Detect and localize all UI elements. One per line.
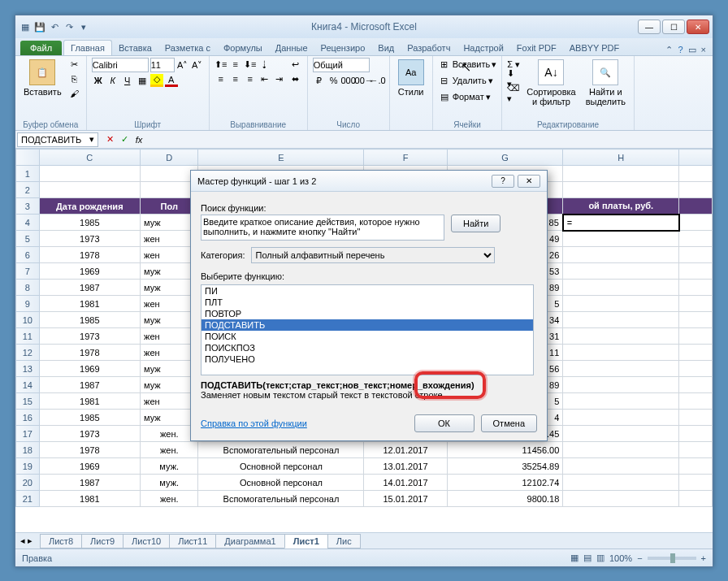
- cell[interactable]: [563, 410, 679, 426]
- workbook-close-icon[interactable]: ×: [701, 45, 706, 55]
- sheet-tab[interactable]: Лист11: [169, 534, 216, 548]
- align-left-icon[interactable]: ≡: [214, 72, 228, 85]
- row-header[interactable]: 18: [16, 442, 40, 458]
- function-item[interactable]: ПОВТОР: [202, 308, 533, 319]
- cell[interactable]: 15.01.2017: [364, 491, 447, 507]
- function-list[interactable]: ПИПЛТПОВТОРПОДСТАВИТЬПОИСКПОИСКПОЗПОЛУЧЕ…: [201, 284, 534, 375]
- cell[interactable]: [563, 377, 679, 393]
- styles-button[interactable]: Aa Стили: [395, 58, 427, 98]
- row-header[interactable]: 5: [16, 231, 40, 247]
- cell[interactable]: 1973: [39, 328, 140, 345]
- row-header[interactable]: 10: [16, 312, 40, 328]
- row-header[interactable]: 4: [16, 215, 40, 231]
- cell[interactable]: [563, 345, 679, 361]
- cell[interactable]: 1985: [39, 312, 140, 328]
- format-painter-icon[interactable]: 🖌: [68, 87, 81, 100]
- cell[interactable]: [563, 166, 679, 182]
- cell[interactable]: 1981: [39, 393, 140, 410]
- undo-icon[interactable]: ↶: [48, 20, 61, 33]
- cell[interactable]: 14.01.2017: [364, 475, 447, 491]
- ribbon-minimize-icon[interactable]: ⌃: [665, 45, 673, 55]
- cell[interactable]: жен.: [141, 442, 198, 458]
- ribbon-tab-0[interactable]: Главная: [63, 40, 112, 55]
- row-header[interactable]: 1: [16, 166, 40, 182]
- cell[interactable]: [563, 393, 679, 410]
- view-pagebreak-icon[interactable]: ▥: [596, 553, 604, 563]
- col-E[interactable]: E: [198, 150, 364, 166]
- cell[interactable]: 9800.18: [447, 491, 563, 507]
- find-select-button[interactable]: 🔍 Найти и выделить: [583, 58, 629, 108]
- cell[interactable]: =: [563, 215, 679, 231]
- cell[interactable]: [563, 361, 679, 377]
- sheet-tab[interactable]: Лист1: [284, 534, 328, 548]
- row-header[interactable]: 16: [16, 410, 40, 426]
- select-all-corner[interactable]: [16, 150, 40, 166]
- cell[interactable]: 1987: [39, 377, 140, 393]
- cell[interactable]: Основной персонал: [198, 475, 364, 491]
- ribbon-tab-5[interactable]: Рецензиро: [314, 41, 372, 55]
- cell[interactable]: 1981: [39, 491, 140, 507]
- sheet-tab[interactable]: Диаграмма1: [215, 534, 284, 548]
- sheet-tab[interactable]: Лист8: [40, 534, 82, 548]
- font-color-icon[interactable]: A: [165, 74, 178, 87]
- cancel-button[interactable]: Отмена: [481, 414, 537, 432]
- col-G[interactable]: G: [447, 150, 563, 166]
- zoom-level[interactable]: 100%: [609, 553, 632, 563]
- row-header[interactable]: 20: [16, 475, 40, 491]
- row-header[interactable]: 2: [16, 182, 40, 198]
- row-header[interactable]: 9: [16, 296, 40, 312]
- dialog-titlebar[interactable]: Мастер функций - шаг 1 из 2 ? ✕: [191, 171, 547, 192]
- col-D[interactable]: D: [141, 150, 198, 166]
- cut-icon[interactable]: ✂: [68, 58, 81, 71]
- cell[interactable]: [563, 426, 679, 442]
- underline-icon[interactable]: Ч: [121, 74, 134, 87]
- number-format-select[interactable]: [313, 58, 370, 72]
- ribbon-tab-2[interactable]: Разметка с: [158, 41, 217, 55]
- row-header[interactable]: 14: [16, 377, 40, 393]
- dialog-help-button[interactable]: ?: [492, 175, 514, 188]
- cell[interactable]: муж.: [141, 475, 198, 491]
- save-icon[interactable]: 💾: [33, 20, 46, 33]
- cell[interactable]: 1985: [39, 215, 140, 231]
- align-center-icon[interactable]: ≡: [229, 72, 242, 85]
- file-tab[interactable]: Файл: [20, 41, 62, 55]
- row-header[interactable]: 8: [16, 280, 40, 296]
- zoom-in-icon[interactable]: +: [701, 553, 706, 563]
- cell[interactable]: 1981: [39, 296, 140, 312]
- wrap-text-icon[interactable]: ↩: [289, 58, 302, 71]
- cell[interactable]: Вспомогательный персонал: [198, 491, 364, 507]
- font-size-input[interactable]: [150, 58, 175, 72]
- grow-font-icon[interactable]: A˄: [176, 59, 189, 72]
- align-bottom-icon[interactable]: ⬇≡: [244, 58, 257, 71]
- row-header[interactable]: 3: [16, 198, 40, 215]
- ribbon-tab-3[interactable]: Формулы: [217, 41, 269, 55]
- currency-icon[interactable]: ₽: [313, 74, 326, 87]
- cell[interactable]: Вспомогательный персонал: [198, 442, 364, 458]
- category-select[interactable]: Полный алфавитный перечень: [251, 247, 495, 263]
- cell[interactable]: 1973: [39, 426, 140, 442]
- row-header[interactable]: 7: [16, 263, 40, 280]
- cell[interactable]: 1969: [39, 458, 140, 475]
- cell[interactable]: 1978: [39, 247, 140, 263]
- cell[interactable]: [563, 231, 679, 247]
- font-name-input[interactable]: [92, 58, 149, 72]
- ribbon-tab-6[interactable]: Вид: [371, 41, 401, 55]
- zoom-out-icon[interactable]: −: [637, 553, 642, 563]
- indent-increase-icon[interactable]: ⇥: [273, 72, 286, 85]
- cell[interactable]: [563, 247, 679, 263]
- dialog-close-button[interactable]: ✕: [518, 175, 540, 188]
- function-item[interactable]: ПОЛУЧЕНО: [202, 353, 533, 365]
- cell[interactable]: [563, 328, 679, 345]
- find-button[interactable]: Найти: [451, 215, 500, 232]
- ribbon-tab-7[interactable]: Разработч: [401, 41, 457, 55]
- qat-dropdown-icon[interactable]: ▾: [77, 20, 90, 33]
- row-header[interactable]: 13: [16, 361, 40, 377]
- cell[interactable]: [563, 296, 679, 312]
- help-link[interactable]: Справка по этой функции: [201, 418, 307, 428]
- ribbon-tab-9[interactable]: Foxit PDF: [510, 41, 563, 55]
- function-item[interactable]: ПОДСТАВИТЬ: [202, 319, 533, 331]
- ribbon-tab-1[interactable]: Вставка: [112, 41, 158, 55]
- border-icon[interactable]: ▦: [136, 74, 149, 87]
- cell[interactable]: 1987: [39, 475, 140, 491]
- cell[interactable]: 13.01.2017: [364, 458, 447, 475]
